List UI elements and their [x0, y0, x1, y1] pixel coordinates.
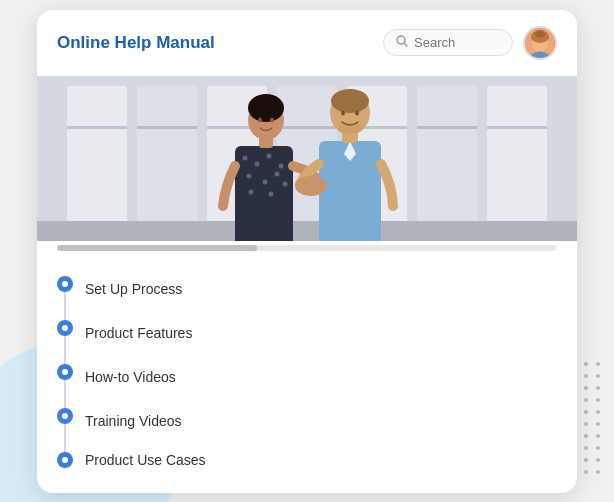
- avatar[interactable]: [523, 26, 557, 60]
- menu-dot-wrapper: [57, 364, 73, 390]
- menu-label-product-use-cases: Product Use Cases: [85, 452, 206, 468]
- search-icon: [396, 35, 408, 50]
- svg-point-29: [247, 173, 252, 178]
- svg-point-34: [283, 181, 288, 186]
- svg-point-31: [275, 171, 280, 176]
- svg-point-48: [295, 176, 327, 196]
- menu-dot-how-to-videos: [57, 364, 73, 380]
- search-box[interactable]: [383, 29, 513, 56]
- svg-rect-22: [487, 126, 547, 129]
- svg-point-47: [355, 110, 359, 115]
- svg-point-40: [270, 117, 274, 122]
- svg-rect-15: [487, 86, 547, 241]
- svg-point-30: [263, 179, 268, 184]
- page-title: Online Help Manual: [57, 33, 215, 53]
- scroll-thumb[interactable]: [57, 245, 257, 251]
- svg-rect-21: [417, 126, 477, 129]
- menu-dot-wrapper: [57, 408, 73, 434]
- menu-item-product-use-cases[interactable]: Product Use Cases: [57, 443, 557, 477]
- menu-item-set-up-process[interactable]: Set Up Process: [57, 267, 557, 311]
- svg-rect-17: [137, 126, 197, 129]
- svg-rect-14: [417, 86, 477, 241]
- header: Online Help Manual: [37, 10, 577, 76]
- svg-rect-9: [67, 86, 127, 241]
- menu-connector: [64, 424, 66, 434]
- svg-point-44: [331, 89, 369, 113]
- scroll-track: [57, 245, 557, 251]
- svg-line-1: [405, 44, 408, 47]
- svg-point-39: [258, 117, 262, 122]
- svg-point-32: [249, 189, 254, 194]
- menu-label-training-videos: Training Videos: [85, 413, 182, 429]
- svg-rect-24: [235, 146, 293, 241]
- menu-item-how-to-videos[interactable]: How-to Videos: [57, 355, 557, 399]
- svg-point-26: [255, 161, 260, 166]
- menu-dot-set-up-process: [57, 276, 73, 292]
- svg-point-0: [397, 36, 405, 44]
- menu-dot-wrapper: [57, 320, 73, 346]
- hero-image: [37, 76, 577, 241]
- menu-connector: [64, 336, 66, 346]
- svg-point-38: [256, 96, 276, 112]
- menu-dot-product-use-cases: [57, 452, 73, 468]
- svg-rect-16: [67, 126, 127, 129]
- menu-label-how-to-videos: How-to Videos: [85, 369, 176, 385]
- svg-rect-23: [37, 221, 577, 241]
- svg-point-45: [338, 122, 362, 134]
- menu-item-training-videos[interactable]: Training Videos: [57, 399, 557, 443]
- menu-label-set-up-process: Set Up Process: [85, 281, 182, 297]
- svg-point-33: [269, 191, 274, 196]
- menu-dot-product-features: [57, 320, 73, 336]
- menu-connector: [64, 292, 66, 302]
- menu-connector: [64, 380, 66, 390]
- menu-item-product-features[interactable]: Product Features: [57, 311, 557, 355]
- svg-point-46: [341, 110, 345, 115]
- svg-point-27: [267, 153, 272, 158]
- svg-point-25: [243, 155, 248, 160]
- menu-label-product-features: Product Features: [85, 325, 192, 341]
- scroll-area: [37, 245, 577, 251]
- svg-point-28: [279, 163, 284, 168]
- menu-dot-wrapper: [57, 452, 73, 468]
- svg-rect-10: [137, 86, 197, 241]
- menu-dot-training-videos: [57, 408, 73, 424]
- header-actions: [383, 26, 557, 60]
- svg-rect-19: [277, 126, 337, 129]
- menu-dot-wrapper: [57, 276, 73, 302]
- svg-point-6: [535, 30, 546, 37]
- menu-list: Set Up ProcessProduct FeaturesHow-to Vid…: [37, 251, 577, 493]
- search-input[interactable]: [414, 35, 500, 50]
- main-card: Online Help Manual: [37, 10, 577, 493]
